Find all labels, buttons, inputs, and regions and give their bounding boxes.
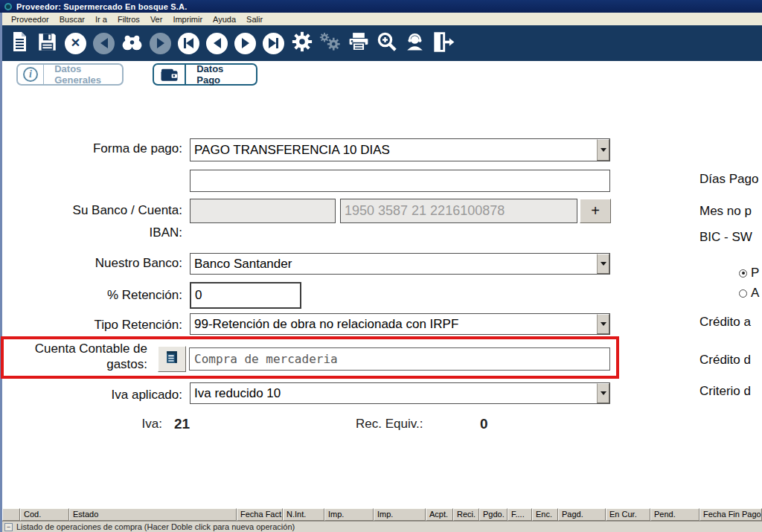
radio-option-a[interactable]: A [739, 286, 759, 301]
process-settings-button[interactable] [318, 28, 342, 58]
menu-ver[interactable]: Ver [145, 14, 168, 25]
binoculars-icon [121, 33, 144, 54]
cuenta-contable-lookup-button[interactable] [158, 346, 186, 372]
dias-pago-label: Días Pago [699, 172, 758, 187]
menu-salir[interactable]: Salir [241, 14, 268, 25]
find-button[interactable] [121, 28, 144, 58]
save-button[interactable] [36, 28, 59, 58]
su-cuenta-field[interactable] [340, 199, 577, 223]
forma-de-pago-extra-field[interactable] [190, 170, 610, 192]
gears-disabled-icon [319, 31, 342, 56]
credito-d-label: Crédito d [699, 353, 751, 368]
tab-datos-generales[interactable]: i Datos Generales [16, 63, 124, 86]
nuestro-banco-dropdown-button[interactable] [597, 254, 609, 274]
grid-col-nint[interactable]: N.Int. [283, 508, 324, 521]
grid-col-en-cur[interactable]: En Cur. [606, 508, 650, 521]
rec-equiv-value: 0 [480, 416, 488, 432]
find-previous-button[interactable] [92, 28, 115, 58]
app-icon [4, 3, 12, 10]
grid-col-pagd[interactable]: Pagd. [558, 508, 606, 521]
add-account-button[interactable]: + [580, 199, 611, 223]
next-record-button[interactable] [234, 28, 257, 58]
tipo-retencion-combobox[interactable]: 99-Retención de obra no relacionada con … [190, 313, 610, 335]
forma-de-pago-combobox[interactable]: PAGO TRANSFERENCIA 10 DIAS [190, 138, 610, 161]
iban-label: IBAN: [11, 225, 182, 240]
iva-aplicado-value: Iva reducido 10 [190, 386, 597, 401]
grid-col-imp2[interactable]: Imp. [374, 508, 426, 521]
collapse-icon[interactable]: − [4, 523, 13, 531]
settings-button[interactable] [290, 28, 313, 58]
grid-col-pend[interactable]: Pend. [650, 508, 699, 521]
iva-aplicado-label: Iva aplicado: [11, 388, 182, 403]
status-bar: − Listado de operaciones de compra (Hace… [2, 521, 762, 532]
tipo-retencion-dropdown-button[interactable] [597, 314, 609, 334]
menu-filtros[interactable]: Filtros [112, 14, 145, 25]
grid-col-estado[interactable]: Estado [69, 508, 237, 521]
radio-p-label: P [751, 266, 759, 281]
zoom-button[interactable] [375, 28, 398, 58]
iva-value: 21 [174, 416, 190, 432]
forma-de-pago-label: Forma de pago: [11, 141, 182, 156]
cuenta-contable-label: Cuenta Contable de gastos: [0, 341, 147, 372]
menu-ayuda[interactable]: Ayuda [208, 14, 241, 25]
tab-datos-pago[interactable]: Datos Pago [153, 63, 257, 86]
radio-option-p[interactable]: P [739, 266, 759, 281]
radio-p-icon[interactable] [739, 269, 747, 278]
printer-icon [348, 32, 370, 55]
save-icon [37, 32, 57, 55]
grid-col-imp1[interactable]: Imp. [324, 508, 374, 521]
radio-a-icon[interactable] [739, 289, 747, 298]
retencion-pct-field[interactable] [190, 282, 301, 309]
find-next-button[interactable] [149, 28, 172, 58]
exit-button[interactable] [432, 28, 455, 58]
nuestro-banco-combobox[interactable]: Banco Santander [190, 253, 610, 275]
su-banco-cuenta-label: Su Banco / Cuenta: [11, 203, 182, 218]
user-headset-icon [403, 31, 426, 56]
iva-aplicado-dropdown-button[interactable] [597, 383, 609, 403]
grid-col-f[interactable]: F.... [508, 508, 532, 521]
grid-col-pgdo[interactable]: Pgdo. [479, 508, 508, 521]
operations-grid-header: Cod. Estado Fecha Fact. N.Int. Imp. Imp.… [2, 508, 762, 521]
user-support-button[interactable] [403, 28, 426, 58]
bic-swift-label: BIC - SW [699, 230, 752, 245]
grid-col-acpt[interactable]: Acpt. [426, 508, 453, 521]
wallet-icon [154, 65, 185, 84]
tab-datos-pago-label: Datos Pago [186, 65, 256, 84]
grid-col-enc[interactable]: Enc. [532, 508, 558, 521]
menu-proveedor[interactable]: Proveedor [6, 14, 54, 25]
tipo-retencion-value: 99-Retención de obra no relacionada con … [190, 317, 597, 332]
application-window: Proveedor: Supermercado En bosque S.A. P… [0, 0, 762, 532]
menu-buscar[interactable]: Buscar [54, 14, 90, 25]
previous-record-button[interactable] [205, 28, 228, 58]
window-title: Proveedor: Supermercado En bosque S.A. [16, 2, 188, 11]
menu-ir-a[interactable]: Ir a [90, 14, 112, 25]
grid-col-selector[interactable] [2, 508, 20, 521]
first-record-button[interactable] [177, 28, 200, 58]
grid-col-fecha-fin-pago[interactable]: Fecha Fin Pago [699, 508, 762, 521]
ledger-icon [164, 350, 180, 369]
grid-col-reci[interactable]: Reci. [453, 508, 479, 521]
chevron-down-icon [601, 322, 606, 329]
su-banco-field[interactable] [190, 199, 336, 223]
grid-col-fecha-fact[interactable]: Fecha Fact. [237, 508, 283, 521]
forma-de-pago-dropdown-button[interactable] [597, 139, 609, 161]
last-record-button[interactable] [262, 28, 285, 58]
status-text: Listado de operaciones de compra (Hacer … [16, 522, 295, 531]
iva-aplicado-combobox[interactable]: Iva reducido 10 [190, 382, 610, 404]
print-button[interactable] [347, 28, 370, 58]
delete-icon: ✕ [65, 33, 86, 54]
menu-imprimir[interactable]: Imprimir [167, 14, 208, 25]
mes-no-pago-label: Mes no p [699, 204, 752, 219]
credito-a-label: Crédito a [699, 315, 751, 330]
new-document-icon [10, 31, 28, 55]
radio-a-label: A [751, 286, 759, 301]
find-previous-icon [93, 33, 115, 54]
cuenta-contable-field[interactable] [189, 347, 610, 371]
new-document-button[interactable] [7, 28, 31, 58]
magnifier-plus-icon [376, 31, 398, 56]
grid-col-cod[interactable]: Cod. [20, 508, 69, 521]
next-record-icon [234, 33, 256, 54]
delete-button[interactable]: ✕ [64, 28, 87, 58]
previous-record-icon [206, 33, 228, 54]
nuestro-banco-label: Nuestro Banco: [11, 256, 182, 271]
